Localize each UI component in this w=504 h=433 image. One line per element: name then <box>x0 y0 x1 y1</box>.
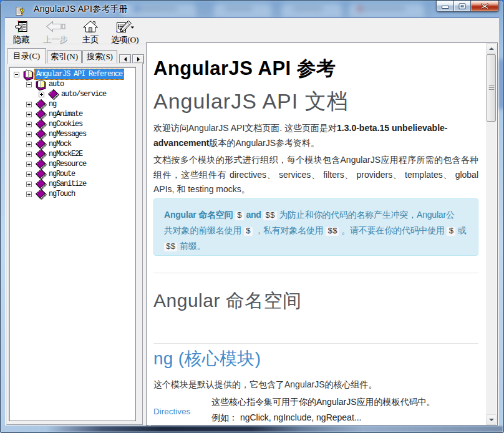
expand-icon[interactable] <box>26 192 32 197</box>
expand-icon[interactable] <box>26 102 32 107</box>
help-viewer-window: ? AngularJS API参考手册 <box>0 0 504 433</box>
thumb-grip <box>488 85 494 91</box>
text-segment: 共对象的前缀名使用 <box>164 225 244 235</box>
directives-desc-line2: 例如： ngClick, ngInclude, ngRepeat... <box>211 410 478 425</box>
tree-item-ngresource[interactable]: ngResource <box>9 159 135 169</box>
directives-desc-line1: 这些核心指令集可用于你的AngularJS应用的模板代码中。 <box>211 394 478 410</box>
tree-item-label: ngTouch <box>47 189 76 199</box>
tree-item-ngroute[interactable]: ngRoute <box>9 169 135 179</box>
bottom-border-shade <box>1 426 503 432</box>
svg-text:?: ? <box>20 7 25 17</box>
tree-item-auto-service[interactable]: auto/service <box>9 89 135 99</box>
intro-paragraph: 欢迎访问AngularJS API文档页面. 这些页面是对1.3.0-beta.… <box>153 121 478 150</box>
collapse-icon[interactable] <box>14 72 19 77</box>
titlebar[interactable]: ? AngularJS API参考手册 <box>0 0 504 17</box>
scroll-up-icon <box>488 47 494 50</box>
directives-link[interactable]: Directives <box>153 406 210 418</box>
maximize-button[interactable] <box>454 1 471 12</box>
tree-item-ng[interactable]: ng <box>9 99 135 109</box>
navigation-pane: 目录(C)索引(N)搜索(S) AngularJS API Reference … <box>6 46 148 426</box>
scroll-up-button[interactable] <box>486 43 497 54</box>
tree-item-ngmessages[interactable]: ngMessages <box>9 129 135 139</box>
book-closed-icon <box>36 159 46 169</box>
tree-item-ngcookies[interactable]: ngCookies <box>9 119 135 129</box>
window-title: AngularJS API参考手册 <box>34 4 128 15</box>
tree-item-ngsanitize[interactable]: ngSanitize <box>9 179 135 189</box>
book-open-icon <box>23 69 34 79</box>
toolbar-button-hide[interactable]: 隐藏 <box>7 21 36 44</box>
text-segment: 欢迎访问AngularJS API文档页面. 这些页面是对 <box>153 123 337 133</box>
tree-item-label: auto <box>47 79 65 89</box>
tree-items: AngularJS API Reference auto auto/servic… <box>9 69 135 199</box>
collapse-icon[interactable] <box>26 82 32 87</box>
ng-module-heading: ng (核心模块) <box>153 349 478 369</box>
expand-icon[interactable] <box>39 92 44 97</box>
divider <box>153 343 478 344</box>
tab-index[interactable]: 索引(N) <box>47 50 82 64</box>
right-border-glass-shade <box>499 59 504 109</box>
book-closed-icon <box>36 139 46 149</box>
toolbar-button-label: 选项(O) <box>107 35 143 44</box>
modules-paragraph: 文档按多个模块的形式进行组织，每个模块包含AngularJS应用程序所需的包含各… <box>153 153 478 197</box>
tree-item-nganimate[interactable]: ngAnimate <box>9 109 135 119</box>
tab-scroll-right-button[interactable] <box>132 54 144 64</box>
topic-scrollbar[interactable] <box>486 43 497 425</box>
expand-icon[interactable] <box>26 152 32 157</box>
expand-icon[interactable] <box>26 182 32 187</box>
tree-item-ngmocke2e[interactable]: ngMockE2E <box>9 149 135 159</box>
expand-icon[interactable] <box>26 162 32 167</box>
minimize-button[interactable] <box>436 1 454 12</box>
book-closed-icon <box>36 119 46 129</box>
tree-item-label: ngAnimate <box>47 109 84 119</box>
back-icon <box>38 21 73 35</box>
tree-item-angularjs-api-reference[interactable]: AngularJS API Reference <box>9 69 135 79</box>
book-closed-icon <box>36 129 46 139</box>
code-chip: $ <box>235 212 244 220</box>
scroll-thumb[interactable] <box>487 54 496 122</box>
divider <box>153 273 478 273</box>
tab-search[interactable]: 搜索(S) <box>82 50 117 64</box>
toolbar-button-home[interactable]: 主页 <box>77 21 104 44</box>
close-button[interactable] <box>471 1 499 12</box>
book-closed-icon <box>48 89 59 99</box>
text-segment: 或 <box>455 225 467 235</box>
tree-item-ngmock[interactable]: ngMock <box>9 139 135 149</box>
text-segment: 前缀。 <box>177 241 205 251</box>
code-chip: $$ <box>263 212 276 220</box>
bold-text-segment: and <box>244 210 264 220</box>
topic-title: AngularJS API 参考 <box>153 58 478 79</box>
toolbar-button-options[interactable]: 选项(O) <box>107 21 143 44</box>
tree-item-label: ngMock <box>47 139 72 149</box>
close-icon <box>481 3 489 9</box>
book-closed-icon <box>36 169 46 179</box>
code-chip: $$ <box>164 243 177 251</box>
tab-contents[interactable]: 目录(C) <box>7 48 46 64</box>
topic-pane: AngularJS API 参考 AngularJS API 文档 欢迎访问An… <box>146 42 498 426</box>
book-closed-icon <box>36 179 46 189</box>
topic-subtitle: AngularJS API 文档 <box>153 89 478 113</box>
text-segment: ，私有对象名使用 <box>253 225 326 235</box>
namespace-heading: Angular 命名空间 <box>153 290 478 311</box>
expand-icon[interactable] <box>26 112 32 117</box>
tree-item-label: ngRoute <box>47 169 76 179</box>
tree-item-label: auto/service <box>60 89 107 99</box>
scroll-down-button[interactable] <box>486 414 497 425</box>
code-chip: $ <box>447 227 455 236</box>
expand-icon[interactable] <box>26 172 32 177</box>
tab-page: AngularJS API Reference auto auto/servic… <box>6 63 143 425</box>
toolbar-button-back[interactable]: 上一步 <box>38 21 73 44</box>
toolbar-button-label: 隐藏 <box>7 35 36 44</box>
book-closed-icon <box>36 109 46 119</box>
expand-icon[interactable] <box>26 122 32 127</box>
namespace-alert: Angular 命名空间 $ and $$ 为防止和你的代码的名称产生冲突，An… <box>153 198 478 256</box>
maximize-icon <box>458 2 467 10</box>
toolbar-button-label: 主页 <box>77 35 104 44</box>
tree-item-ngtouch[interactable]: ngTouch <box>9 189 135 199</box>
tab-scroll-left-button[interactable] <box>119 54 131 64</box>
expand-icon[interactable] <box>26 132 32 137</box>
tree-item-label: ngMessages <box>47 129 87 139</box>
expand-icon[interactable] <box>26 142 32 147</box>
tree-item-auto[interactable]: auto <box>9 79 135 89</box>
text-segment: 为防止和你的代码的名称产生冲突，Angular公 <box>277 210 455 220</box>
book-closed-icon <box>36 189 46 199</box>
